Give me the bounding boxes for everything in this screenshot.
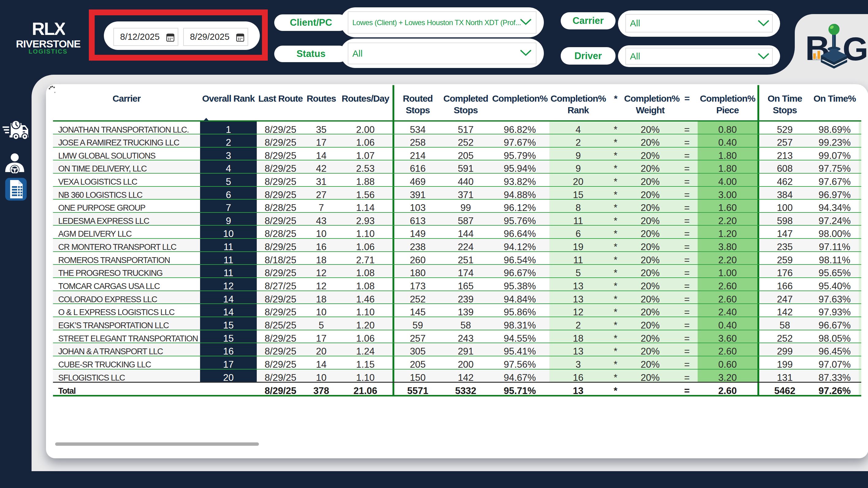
svg-text:B: B	[805, 29, 830, 67]
svg-text:RLX: RLX	[32, 19, 65, 36]
